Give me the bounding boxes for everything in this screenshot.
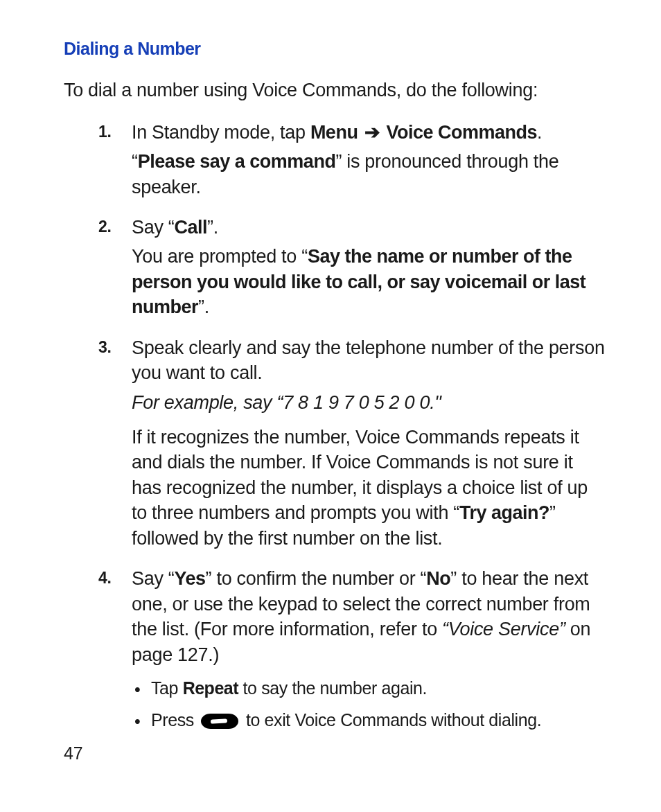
intro-paragraph: To dial a number using Voice Commands, d…: [64, 78, 606, 103]
text: ”.: [207, 217, 218, 238]
try-again-label: Try again?: [459, 502, 549, 523]
end-call-key-icon: [201, 714, 238, 729]
text: .: [537, 122, 542, 143]
step-1: 1. In Standby mode, tap Menu ➔ Voice Com…: [98, 120, 606, 200]
step-number: 3.: [98, 337, 112, 358]
step-4: 4. Say “Yes” to confirm the number or “N…: [98, 566, 606, 732]
manual-page: Dialing a Number To dial a number using …: [0, 0, 661, 812]
voice-commands-label: Voice Commands: [386, 122, 537, 143]
step-1-line-2: “Please say a command” is pronounced thr…: [132, 149, 606, 200]
text: Say “: [132, 217, 175, 238]
menu-label: Menu: [310, 122, 358, 143]
sub-bullets: • Tap Repeat to say the number again. • …: [132, 677, 606, 732]
text: In Standby mode, tap: [132, 122, 310, 143]
text: Say “: [132, 568, 175, 589]
text: “: [132, 151, 138, 172]
step-1-line-1: In Standby mode, tap Menu ➔ Voice Comman…: [132, 120, 606, 145]
arrow-icon: ➔: [358, 122, 386, 143]
text: to say the number again.: [238, 678, 427, 698]
step-3: 3. Speak clearly and say the telephone n…: [98, 335, 606, 551]
step-2: 2. Say “Call”. You are prompted to “Say …: [98, 215, 606, 320]
step-number: 2.: [98, 216, 112, 238]
step-3-example: For example, say “7 8 1 9 7 0 5 2 0 0.": [132, 390, 606, 415]
step-3-line-3: If it recognizes the number, Voice Comma…: [132, 425, 606, 551]
text: You are prompted to “: [132, 246, 308, 267]
repeat-label: Repeat: [183, 678, 238, 698]
text: ” to confirm the number or “: [206, 568, 427, 589]
step-2-line-1: Say “Call”.: [132, 215, 606, 240]
cross-reference: “Voice Service”: [442, 619, 565, 639]
no-label: No: [426, 568, 450, 589]
bullet-icon: •: [134, 710, 140, 734]
text: Press: [151, 710, 198, 730]
yes-label: Yes: [175, 568, 206, 589]
section-heading: Dialing a Number: [64, 39, 606, 59]
step-3-line-1: Speak clearly and say the telephone numb…: [132, 335, 606, 386]
bullet-icon: •: [134, 678, 140, 702]
step-4-line-1: Say “Yes” to confirm the number or “No” …: [132, 566, 606, 667]
step-number: 1.: [98, 121, 112, 143]
sub-bullet-2: • Press to exit Voice Commands without d…: [132, 709, 606, 732]
text: Tap: [151, 678, 183, 698]
page-number: 47: [64, 743, 82, 764]
call-command: Call: [175, 217, 208, 238]
prompt-text: Please say a command: [138, 151, 336, 172]
step-number: 4.: [98, 567, 112, 589]
ordered-steps: 1. In Standby mode, tap Menu ➔ Voice Com…: [64, 120, 606, 732]
text: to exit Voice Commands without dialing.: [241, 710, 541, 730]
text: ”.: [198, 297, 209, 317]
sub-bullet-1: • Tap Repeat to say the number again.: [132, 677, 606, 700]
step-2-line-2: You are prompted to “Say the name or num…: [132, 244, 606, 319]
